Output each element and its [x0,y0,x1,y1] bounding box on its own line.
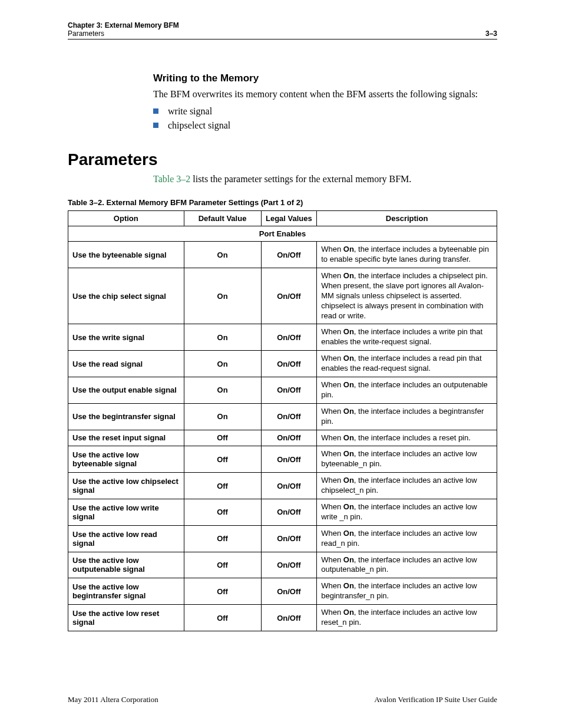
cell-default: On [184,324,261,351]
cell-legal: On/Off [261,268,317,324]
section-title: Writing to the Memory [153,73,497,84]
table-row: Use the read signalOnOn/OffWhen On, the … [68,351,497,377]
table-row: Use the active low reset signalOffOn/Off… [68,605,497,631]
cell-desc: When On, the interface includes an activ… [317,552,497,578]
cell-desc: When On, the interface includes an activ… [317,499,497,526]
col-legal: Legal Values [261,211,317,226]
cell-option: Use the active low write signal [68,499,184,526]
square-bullet-icon [153,123,158,128]
cell-desc: When On, the interface includes a reset … [317,430,497,446]
cell-desc: When On, the interface includes a chipse… [317,268,497,324]
table-row: Use the active low begintransfer signalO… [68,578,497,605]
cell-legal: On/Off [261,499,317,526]
cell-legal: On/Off [261,377,317,403]
cell-legal: On/Off [261,473,317,499]
table-row: Use the active low read signalOffOn/OffW… [68,525,497,552]
cell-default: Off [184,473,261,499]
cell-option: Use the chip select signal [68,268,184,324]
bullet-text: chipselect signal [168,120,230,130]
cell-legal: On/Off [261,403,317,430]
cell-option: Use the read signal [68,351,184,377]
cell-legal: On/Off [261,605,317,631]
cell-desc: When On, the interface includes a write … [317,324,497,351]
table-row: Use the active low chipselect signalOffO… [68,473,497,499]
table-row: Use the begintransfer signalOnOn/OffWhen… [68,403,497,430]
col-default: Default Value [184,211,261,226]
parameters-heading: Parameters [68,150,497,169]
section-writing: Writing to the Memory The BFM overwrites… [68,73,497,133]
table-row: Use the byteenable signalOnOn/OffWhen On… [68,242,497,268]
table-row: Use the write signalOnOn/OffWhen On, the… [68,324,497,351]
cell-option: Use the byteenable signal [68,242,184,268]
cell-default: Off [184,552,261,578]
page: Chapter 3: External Memory BFM Parameter… [0,0,562,728]
cell-desc: When On, the interface includes an activ… [317,525,497,552]
cell-legal: On/Off [261,242,317,268]
cell-option: Use the reset input signal [68,430,184,446]
table-row: Use the active low outputenable signalOf… [68,552,497,578]
cell-desc: When On, the interface includes a byteen… [317,242,497,268]
bullet-item: chipselect signal [153,118,497,133]
cell-default: On [184,268,261,324]
cell-desc: When On, the interface includes a read p… [317,351,497,377]
cell-desc: When On, the interface includes an activ… [317,473,497,499]
chapter-sub: Parameters [68,29,104,38]
section-body: The BFM overwrites its memory content wh… [153,88,497,101]
cell-legal: On/Off [261,525,317,552]
col-desc: Description [317,211,497,226]
cell-default: On [184,351,261,377]
cell-legal: On/Off [261,446,317,473]
group-label: Port Enables [68,226,497,242]
cell-option: Use the active low read signal [68,525,184,552]
cell-option: Use the begintransfer signal [68,403,184,430]
bullet-text: write signal [168,106,212,116]
cell-default: Off [184,499,261,526]
table-row: Use the chip select signalOnOn/OffWhen O… [68,268,497,324]
cell-legal: On/Off [261,578,317,605]
parameters-intro: Table 3–2 lists the parameter settings f… [153,173,497,186]
cell-default: Off [184,430,261,446]
cell-legal: On/Off [261,351,317,377]
cell-default: On [184,403,261,430]
cell-desc: When On, the interface includes an activ… [317,578,497,605]
cell-desc: When On, the interface includes an activ… [317,446,497,473]
table-body: Port Enables Use the byteenable signalOn… [68,226,497,631]
table-ref-link[interactable]: Table 3–2 [153,174,190,184]
cell-desc: When On, the interface includes a begint… [317,403,497,430]
table-caption: Table 3–2. External Memory BFM Parameter… [68,198,497,207]
cell-option: Use the active low byteenable signal [68,446,184,473]
footer-right: Avalon Verification IP Suite User Guide [374,695,497,704]
footer-left: May 2011 Altera Corporation [68,695,158,704]
table-row: Use the active low byteenable signalOffO… [68,446,497,473]
cell-option: Use the active low begintransfer signal [68,578,184,605]
header-left: Chapter 3: External Memory BFM Parameter… [68,21,179,38]
page-footer: May 2011 Altera Corporation Avalon Verif… [68,695,497,704]
cell-option: Use the active low reset signal [68,605,184,631]
header-rule [68,39,497,39]
cell-legal: On/Off [261,324,317,351]
cell-default: Off [184,605,261,631]
cell-option: Use the write signal [68,324,184,351]
parameter-table: Option Default Value Legal Values Descri… [68,210,497,631]
cell-desc: When On, the interface includes an activ… [317,605,497,631]
square-bullet-icon [153,108,158,114]
bullet-list: write signal chipselect signal [153,104,497,133]
cell-option: Use the active low outputenable signal [68,552,184,578]
col-option: Option [68,211,184,226]
table-row: Use the active low write signalOffOn/Off… [68,499,497,526]
cell-option: Use the active low chipselect signal [68,473,184,499]
parameters-intro-text: lists the parameter settings for the ext… [190,174,411,184]
table-row: Use the output enable signalOnOn/OffWhen… [68,377,497,403]
cell-default: On [184,242,261,268]
cell-option: Use the output enable signal [68,377,184,403]
page-header: Chapter 3: External Memory BFM Parameter… [68,21,497,38]
cell-legal: On/Off [261,430,317,446]
table-group-row: Port Enables [68,226,497,242]
page-number: 3–3 [485,29,497,38]
cell-default: Off [184,446,261,473]
table-row: Use the reset input signalOffOn/OffWhen … [68,430,497,446]
cell-default: On [184,377,261,403]
cell-default: Off [184,525,261,552]
table-head-row: Option Default Value Legal Values Descri… [68,211,497,226]
cell-desc: When On, the interface includes an outpu… [317,377,497,403]
